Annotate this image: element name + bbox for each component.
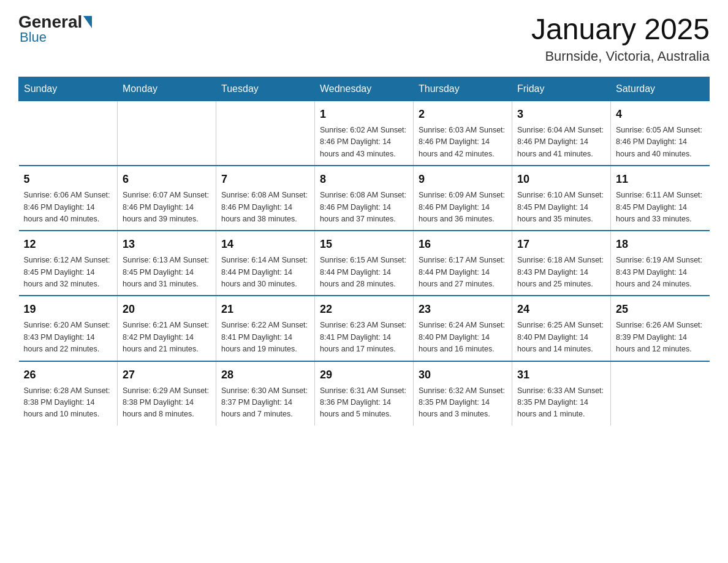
day-number: 7 xyxy=(221,171,309,188)
calendar-cell: 13Sunrise: 6:13 AM Sunset: 8:45 PM Dayli… xyxy=(118,231,216,296)
calendar-cell: 15Sunrise: 6:15 AM Sunset: 8:44 PM Dayli… xyxy=(315,231,414,296)
calendar-cell: 1Sunrise: 6:02 AM Sunset: 8:46 PM Daylig… xyxy=(315,101,414,166)
day-info: Sunrise: 6:13 AM Sunset: 8:45 PM Dayligh… xyxy=(123,255,211,290)
calendar-cell: 21Sunrise: 6:22 AM Sunset: 8:41 PM Dayli… xyxy=(216,296,315,361)
day-number: 1 xyxy=(320,106,408,123)
calendar-cell: 11Sunrise: 6:11 AM Sunset: 8:45 PM Dayli… xyxy=(611,166,710,231)
calendar-cell: 31Sunrise: 6:33 AM Sunset: 8:35 PM Dayli… xyxy=(512,361,611,426)
day-number: 14 xyxy=(221,236,309,253)
day-number: 16 xyxy=(419,236,507,253)
day-number: 10 xyxy=(517,171,605,188)
day-number: 5 xyxy=(24,171,113,188)
logo-triangle-icon xyxy=(83,16,92,28)
day-info: Sunrise: 6:07 AM Sunset: 8:46 PM Dayligh… xyxy=(123,190,211,225)
day-info: Sunrise: 6:30 AM Sunset: 8:37 PM Dayligh… xyxy=(221,385,309,421)
day-info: Sunrise: 6:31 AM Sunset: 8:36 PM Dayligh… xyxy=(320,385,408,421)
calendar-week-row: 19Sunrise: 6:20 AM Sunset: 8:43 PM Dayli… xyxy=(19,296,710,361)
day-info: Sunrise: 6:19 AM Sunset: 8:43 PM Dayligh… xyxy=(616,255,705,290)
day-info: Sunrise: 6:22 AM Sunset: 8:41 PM Dayligh… xyxy=(221,320,309,355)
day-number: 8 xyxy=(320,171,408,188)
day-number: 2 xyxy=(419,106,507,123)
calendar-cell xyxy=(216,101,315,166)
col-wednesday: Wednesday xyxy=(315,77,414,101)
day-number: 30 xyxy=(419,367,507,383)
calendar-cell: 23Sunrise: 6:24 AM Sunset: 8:40 PM Dayli… xyxy=(414,296,512,361)
day-number: 22 xyxy=(320,301,408,318)
calendar-cell: 6Sunrise: 6:07 AM Sunset: 8:46 PM Daylig… xyxy=(118,166,216,231)
day-number: 11 xyxy=(616,171,705,188)
month-title: January 2025 xyxy=(531,12,710,46)
col-saturday: Saturday xyxy=(611,77,710,101)
calendar-cell: 28Sunrise: 6:30 AM Sunset: 8:37 PM Dayli… xyxy=(216,361,315,426)
day-number: 27 xyxy=(123,367,211,383)
calendar-cell xyxy=(611,361,710,426)
day-number: 25 xyxy=(616,301,705,318)
day-info: Sunrise: 6:26 AM Sunset: 8:39 PM Dayligh… xyxy=(616,320,705,355)
calendar-cell: 4Sunrise: 6:05 AM Sunset: 8:46 PM Daylig… xyxy=(611,101,710,166)
day-info: Sunrise: 6:21 AM Sunset: 8:42 PM Dayligh… xyxy=(123,320,211,355)
day-number: 21 xyxy=(221,301,309,318)
calendar-cell: 25Sunrise: 6:26 AM Sunset: 8:39 PM Dayli… xyxy=(611,296,710,361)
page-header: General Blue January 2025 Burnside, Vict… xyxy=(18,12,710,64)
day-number: 31 xyxy=(517,367,605,383)
day-number: 23 xyxy=(419,301,507,318)
calendar-cell: 9Sunrise: 6:09 AM Sunset: 8:46 PM Daylig… xyxy=(414,166,512,231)
day-info: Sunrise: 6:09 AM Sunset: 8:46 PM Dayligh… xyxy=(419,190,507,225)
day-number: 9 xyxy=(419,171,507,188)
day-info: Sunrise: 6:03 AM Sunset: 8:46 PM Dayligh… xyxy=(419,124,507,160)
day-info: Sunrise: 6:23 AM Sunset: 8:41 PM Dayligh… xyxy=(320,320,408,355)
day-info: Sunrise: 6:25 AM Sunset: 8:40 PM Dayligh… xyxy=(517,320,605,355)
calendar-cell: 8Sunrise: 6:08 AM Sunset: 8:46 PM Daylig… xyxy=(315,166,414,231)
col-sunday: Sunday xyxy=(19,77,118,101)
day-number: 6 xyxy=(123,171,211,188)
calendar-cell: 30Sunrise: 6:32 AM Sunset: 8:35 PM Dayli… xyxy=(414,361,512,426)
day-info: Sunrise: 6:29 AM Sunset: 8:38 PM Dayligh… xyxy=(123,385,211,421)
day-number: 26 xyxy=(24,367,113,383)
calendar-week-row: 5Sunrise: 6:06 AM Sunset: 8:46 PM Daylig… xyxy=(19,166,710,231)
day-number: 24 xyxy=(517,301,605,318)
calendar-cell: 20Sunrise: 6:21 AM Sunset: 8:42 PM Dayli… xyxy=(118,296,216,361)
day-number: 20 xyxy=(123,301,211,318)
day-info: Sunrise: 6:08 AM Sunset: 8:46 PM Dayligh… xyxy=(221,190,309,225)
day-number: 13 xyxy=(123,236,211,253)
calendar-cell xyxy=(19,101,118,166)
calendar-cell: 7Sunrise: 6:08 AM Sunset: 8:46 PM Daylig… xyxy=(216,166,315,231)
calendar-cell: 22Sunrise: 6:23 AM Sunset: 8:41 PM Dayli… xyxy=(315,296,414,361)
col-thursday: Thursday xyxy=(414,77,512,101)
calendar-week-row: 12Sunrise: 6:12 AM Sunset: 8:45 PM Dayli… xyxy=(19,231,710,296)
col-monday: Monday xyxy=(118,77,216,101)
day-info: Sunrise: 6:17 AM Sunset: 8:44 PM Dayligh… xyxy=(419,255,507,290)
calendar-cell: 10Sunrise: 6:10 AM Sunset: 8:45 PM Dayli… xyxy=(512,166,611,231)
col-friday: Friday xyxy=(512,77,611,101)
calendar-cell: 12Sunrise: 6:12 AM Sunset: 8:45 PM Dayli… xyxy=(19,231,118,296)
calendar-cell xyxy=(118,101,216,166)
calendar-week-row: 26Sunrise: 6:28 AM Sunset: 8:38 PM Dayli… xyxy=(19,361,710,426)
day-info: Sunrise: 6:04 AM Sunset: 8:46 PM Dayligh… xyxy=(517,124,605,160)
day-info: Sunrise: 6:15 AM Sunset: 8:44 PM Dayligh… xyxy=(320,255,408,290)
day-info: Sunrise: 6:18 AM Sunset: 8:43 PM Dayligh… xyxy=(517,255,605,290)
calendar-cell: 14Sunrise: 6:14 AM Sunset: 8:44 PM Dayli… xyxy=(216,231,315,296)
day-info: Sunrise: 6:32 AM Sunset: 8:35 PM Dayligh… xyxy=(419,385,507,421)
col-tuesday: Tuesday xyxy=(216,77,315,101)
day-number: 12 xyxy=(24,236,113,253)
calendar-cell: 2Sunrise: 6:03 AM Sunset: 8:46 PM Daylig… xyxy=(414,101,512,166)
day-number: 15 xyxy=(320,236,408,253)
location-text: Burnside, Victoria, Australia xyxy=(531,48,710,64)
day-number: 28 xyxy=(221,367,309,383)
title-section: January 2025 Burnside, Victoria, Austral… xyxy=(531,12,710,64)
calendar-cell: 24Sunrise: 6:25 AM Sunset: 8:40 PM Dayli… xyxy=(512,296,611,361)
day-number: 4 xyxy=(616,106,705,123)
day-info: Sunrise: 6:33 AM Sunset: 8:35 PM Dayligh… xyxy=(517,385,605,421)
day-number: 29 xyxy=(320,367,408,383)
day-info: Sunrise: 6:28 AM Sunset: 8:38 PM Dayligh… xyxy=(24,385,113,421)
calendar-cell: 17Sunrise: 6:18 AM Sunset: 8:43 PM Dayli… xyxy=(512,231,611,296)
calendar-table: Sunday Monday Tuesday Wednesday Thursday… xyxy=(18,77,710,426)
day-info: Sunrise: 6:06 AM Sunset: 8:46 PM Dayligh… xyxy=(24,190,113,225)
day-info: Sunrise: 6:12 AM Sunset: 8:45 PM Dayligh… xyxy=(24,255,113,290)
calendar-header-row: Sunday Monday Tuesday Wednesday Thursday… xyxy=(19,77,710,101)
day-number: 18 xyxy=(616,236,705,253)
logo: General Blue xyxy=(18,12,93,45)
calendar-cell: 19Sunrise: 6:20 AM Sunset: 8:43 PM Dayli… xyxy=(19,296,118,361)
calendar-week-row: 1Sunrise: 6:02 AM Sunset: 8:46 PM Daylig… xyxy=(19,101,710,166)
day-info: Sunrise: 6:10 AM Sunset: 8:45 PM Dayligh… xyxy=(517,190,605,225)
